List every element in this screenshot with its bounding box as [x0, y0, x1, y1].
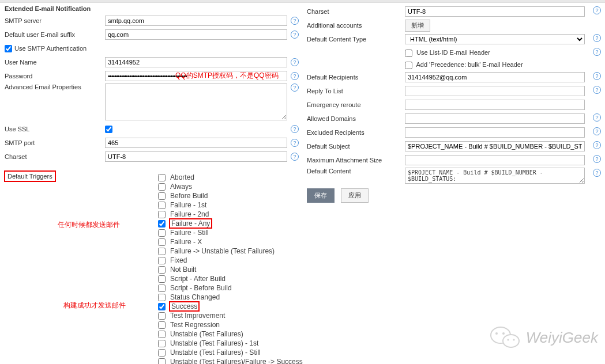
- help-icon[interactable]: ?: [291, 84, 299, 92]
- help-icon[interactable]: ?: [291, 139, 299, 147]
- input-suffix[interactable]: [105, 29, 287, 40]
- input-smtp-server[interactable]: [105, 16, 287, 26]
- input-allowed-domains[interactable]: [405, 113, 585, 124]
- trigger-item: Unstable (Test Failures)/Failure -> Succ…: [158, 357, 303, 364]
- label-default-content-type: Default Content Type: [307, 36, 405, 43]
- trigger-checkbox[interactable]: [158, 266, 166, 274]
- help-icon[interactable]: ?: [291, 153, 299, 161]
- trigger-checkbox[interactable]: [158, 358, 166, 365]
- row-charset: Charset ?: [5, 150, 299, 163]
- watermark: WeiyiGeek: [490, 325, 598, 350]
- trigger-label: Failure - Any: [169, 218, 212, 229]
- input-smtp-port[interactable]: [105, 138, 287, 148]
- trigger-checkbox[interactable]: [158, 202, 166, 209]
- help-icon[interactable]: ?: [291, 125, 299, 133]
- save-button[interactable]: 保存: [307, 188, 335, 203]
- svg-point-4: [507, 339, 509, 340]
- svg-point-2: [495, 332, 498, 335]
- help-icon[interactable]: ?: [593, 127, 601, 135]
- trigger-checkbox[interactable]: [158, 211, 166, 218]
- trigger-checkbox[interactable]: [158, 340, 166, 347]
- row-smtp-server: SMTP server ?: [5, 14, 299, 27]
- label-additional-accounts: Additional accounts: [307, 22, 405, 29]
- trigger-label: Not Built: [170, 266, 196, 274]
- help-icon[interactable]: ?: [291, 31, 299, 39]
- row-smtp-port: SMTP port ?: [5, 136, 299, 149]
- label-use-smtp-auth: Use SMTP Authentication: [14, 45, 87, 52]
- trigger-item: Success: [158, 302, 303, 311]
- trigger-checkbox[interactable]: [158, 285, 166, 292]
- trigger-checkbox[interactable]: [158, 294, 166, 301]
- label-reply-to: Reply To List: [307, 88, 405, 94]
- help-icon[interactable]: ?: [593, 72, 601, 80]
- trigger-item: Failure -> Unstable (Test Failures): [158, 247, 303, 256]
- row-password: Password ? QQ的SMTP授权码，不是QQ密码: [5, 70, 299, 82]
- row-excluded: Excluded Recipients ?: [307, 126, 601, 139]
- label-charset-r: Charset: [307, 8, 405, 15]
- input-username[interactable]: [105, 57, 287, 67]
- trigger-label: Unstable (Test Failures) - Still: [170, 348, 261, 357]
- trigger-checkbox[interactable]: [158, 192, 166, 200]
- row-listid: Use List-ID E-mail Header ?: [307, 47, 601, 59]
- help-icon[interactable]: ?: [593, 141, 601, 149]
- input-default-recipients[interactable]: [405, 72, 585, 82]
- trigger-checkbox[interactable]: [158, 183, 166, 191]
- help-icon[interactable]: ?: [291, 58, 299, 66]
- textarea-adv-props[interactable]: [105, 84, 287, 120]
- input-excluded[interactable]: [405, 127, 585, 138]
- wechat-icon: [490, 325, 520, 350]
- add-account-button[interactable]: 新增: [405, 20, 430, 32]
- input-reply-to[interactable]: [405, 86, 585, 96]
- select-default-content-type[interactable]: HTML (text/html): [405, 34, 585, 44]
- textarea-default-content[interactable]: $PROJECT_NAME - Build # $BUILD_NUMBER - …: [405, 168, 585, 184]
- input-emergency[interactable]: [405, 100, 585, 110]
- trigger-checkbox[interactable]: [158, 312, 166, 320]
- svg-point-5: [513, 339, 514, 340]
- help-icon[interactable]: ?: [593, 169, 601, 177]
- row-default-content: Default Content $PROJECT_NAME - Build # …: [307, 168, 601, 185]
- trigger-checkbox[interactable]: [158, 248, 166, 255]
- trigger-checkbox[interactable]: [158, 331, 166, 338]
- checkbox-listid[interactable]: [405, 50, 412, 57]
- trigger-label: Aborted: [170, 173, 194, 181]
- trigger-label: Script - After Build: [170, 275, 226, 283]
- help-icon[interactable]: ?: [291, 17, 299, 25]
- help-icon[interactable]: ?: [593, 86, 601, 94]
- label-smtp-port: SMTP port: [5, 139, 105, 146]
- svg-point-1: [503, 335, 519, 347]
- trigger-checkbox[interactable]: [158, 349, 166, 357]
- input-max-attach[interactable]: [405, 155, 585, 165]
- row-buttons: 保存 应用: [307, 188, 601, 203]
- help-icon[interactable]: ?: [291, 72, 299, 80]
- label-max-attach: Maximum Attachment Size: [307, 157, 405, 164]
- help-icon[interactable]: ?: [593, 6, 601, 14]
- checkbox-use-ssl[interactable]: [105, 126, 112, 133]
- trigger-item: Script - Before Build: [158, 283, 303, 293]
- trigger-label: Failure -> Unstable (Test Failures): [170, 247, 275, 255]
- trigger-item: Fixed: [158, 256, 303, 265]
- checkbox-use-smtp-auth[interactable]: [5, 45, 12, 52]
- trigger-label: Unstable (Test Failures): [170, 330, 243, 338]
- trigger-checkbox[interactable]: [158, 303, 166, 310]
- input-charset[interactable]: [105, 151, 287, 162]
- help-icon[interactable]: ?: [593, 113, 601, 122]
- trigger-checkbox[interactable]: [158, 220, 166, 227]
- trigger-checkbox[interactable]: [158, 174, 166, 181]
- help-icon[interactable]: ?: [593, 155, 601, 163]
- input-default-subject[interactable]: [405, 141, 585, 151]
- trigger-checkbox[interactable]: [158, 257, 166, 264]
- help-icon[interactable]: ?: [593, 48, 601, 56]
- apply-button[interactable]: 应用: [341, 188, 369, 203]
- checkbox-precedence[interactable]: [405, 62, 412, 69]
- right-panel: Charset ? Additional accounts 新增 Default…: [302, 3, 604, 204]
- trigger-checkbox[interactable]: [158, 229, 166, 237]
- label-username: User Name: [5, 59, 105, 66]
- trigger-checkbox[interactable]: [158, 238, 166, 246]
- input-charset-r[interactable]: [405, 6, 585, 17]
- watermark-text: WeiyiGeek: [526, 329, 598, 347]
- help-icon[interactable]: ?: [593, 34, 601, 42]
- row-default-subject: Default Subject ?: [307, 140, 601, 153]
- trigger-checkbox[interactable]: [158, 321, 166, 329]
- label-default-subject: Default Subject: [307, 143, 405, 150]
- trigger-checkbox[interactable]: [158, 275, 166, 283]
